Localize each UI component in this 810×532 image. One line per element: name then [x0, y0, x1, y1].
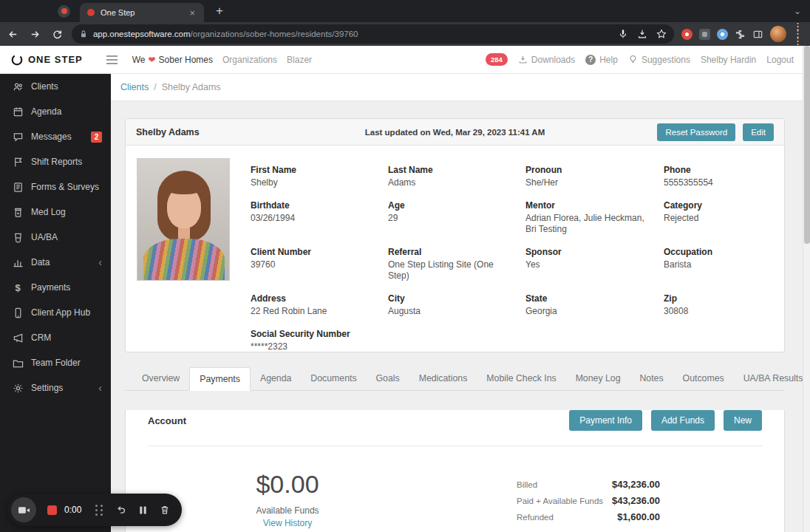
download-page-icon[interactable] — [637, 29, 647, 39]
bookmark-star-icon[interactable] — [656, 29, 667, 39]
tab-outcomes[interactable]: Outcomes — [673, 367, 734, 390]
url-path: /organizations/sober-homes/residents/397… — [191, 30, 358, 38]
puzzle-extensions-icon[interactable] — [735, 29, 746, 40]
sidebar-item-settings[interactable]: Settings ‹ — [0, 375, 111, 400]
microphone-icon[interactable] — [618, 29, 628, 39]
stop-recording-button[interactable] — [47, 505, 57, 515]
recorder-extension-icon[interactable] — [681, 29, 692, 40]
restart-recording-icon[interactable] — [115, 505, 126, 516]
sidebar-item-shift-reports[interactable]: Shift Reports — [0, 149, 111, 174]
lock-icon — [79, 30, 88, 38]
reload-icon[interactable] — [48, 25, 66, 43]
suggestions-label: Suggestions — [641, 55, 690, 65]
downloads-label: Downloads — [531, 55, 575, 65]
page-scrollbar[interactable] — [803, 46, 810, 532]
extension-icon[interactable] — [699, 29, 710, 40]
pause-recording-icon[interactable] — [138, 505, 148, 515]
sidebar-item-crm[interactable]: CRM — [0, 325, 111, 350]
chevron-collapse-icon: ‹ — [98, 256, 102, 268]
tab-notes[interactable]: Notes — [630, 367, 673, 390]
payments-panel: Account Payment Info Add Funds New $0.00… — [125, 410, 785, 532]
logout-link[interactable]: Logout — [766, 55, 794, 65]
tab-documents[interactable]: Documents — [301, 367, 366, 390]
browser-profile-avatar[interactable] — [770, 26, 786, 42]
sidebar-item-clients[interactable]: Clients — [0, 74, 111, 99]
tab-agenda[interactable]: Agenda — [251, 367, 301, 390]
summary-label: Billed — [517, 480, 537, 489]
browser-tab[interactable]: One Step × — [80, 3, 204, 22]
sidebar-item-forms-surveys[interactable]: Forms & Surveys — [0, 174, 111, 200]
url-bar[interactable]: app.onestepsoftware.com /organizations/s… — [72, 24, 674, 44]
current-org[interactable]: We ❤ Sober Homes — [132, 55, 213, 65]
client-detail-card: Shelby Adams Last updated on Wed, Mar 29… — [125, 118, 785, 352]
field-value: Shelby — [251, 177, 376, 188]
sidebar-item-team-folder[interactable]: Team Folder — [0, 350, 111, 375]
new-tab-button[interactable]: + — [211, 4, 228, 18]
client-name: Shelby Adams — [136, 127, 200, 137]
hamburger-menu-icon[interactable] — [106, 55, 118, 64]
nav-organizations[interactable]: Organizations — [222, 55, 277, 65]
browser-menu-kebab-icon[interactable]: ⋮⋮⋮ — [793, 23, 803, 45]
tab-uaba-results[interactable]: UA/BA Results — [734, 367, 810, 390]
tab-overview[interactable]: Overview — [132, 367, 189, 390]
camera-bubble[interactable] — [11, 497, 36, 522]
sidebar-item-client-app-hub[interactable]: Client App Hub — [0, 300, 111, 325]
field-label: State — [525, 293, 652, 304]
clients-icon — [12, 81, 24, 92]
suggestions-icon — [628, 55, 638, 64]
sidebar-item-label: Forms & Surveys — [31, 182, 99, 192]
downloads-link[interactable]: Downloads — [518, 55, 575, 65]
screen: One Step × + ⌄ app.onestepsoftware.com /… — [0, 0, 810, 532]
account-title: Account — [148, 415, 186, 426]
field-sponsor: SponsorYes — [525, 247, 664, 282]
help-link[interactable]: ? Help — [585, 55, 618, 65]
field-occupation: OccupationBarista — [664, 247, 773, 282]
tab-goals[interactable]: Goals — [367, 367, 409, 390]
sidebar-item-data[interactable]: Data ‹ — [0, 250, 111, 275]
tab-payments[interactable]: Payments — [189, 367, 251, 391]
client-app-hub-icon — [12, 307, 24, 318]
sidebar-item-agenda[interactable]: Agenda — [0, 99, 111, 124]
onestep-logo: ONE STEP — [10, 53, 83, 66]
field-label: Phone — [664, 165, 761, 175]
suggestions-link[interactable]: Suggestions — [628, 55, 690, 65]
sidebar-item-uaba[interactable]: UA/BA — [0, 225, 111, 250]
drag-handle-icon[interactable] — [95, 505, 103, 516]
add-funds-button[interactable]: Add Funds — [651, 410, 715, 431]
summary-row-refunded: Refunded $1,600.00 — [517, 508, 660, 525]
reset-password-button[interactable]: Reset Password — [657, 123, 735, 141]
sidebar-item-messages[interactable]: Messages 2 — [0, 124, 111, 149]
tab-medications[interactable]: Medications — [409, 367, 477, 390]
crm-icon — [12, 332, 24, 344]
breadcrumb-separator: / — [154, 82, 156, 92]
tab-mobile-check-ins[interactable]: Mobile Check Ins — [477, 367, 565, 390]
messages-icon — [12, 132, 24, 143]
payment-info-button[interactable]: Payment Info — [569, 410, 642, 431]
summary-row-paid: Paid + Available Funds $43,236.00 — [517, 492, 660, 508]
sidebar-item-med-log[interactable]: Med Log — [0, 200, 111, 225]
main-content: Shelby Adams Last updated on Wed, Mar 29… — [111, 101, 810, 532]
account-summary: Billed $43,236.00 Paid + Available Funds… — [517, 471, 660, 528]
tab-money-log[interactable]: Money Log — [566, 367, 630, 390]
screen-recorder-toolbar: 0:00 — [7, 494, 182, 526]
field-value: 29 — [388, 213, 514, 224]
extension-icon-blue[interactable] — [717, 29, 728, 40]
scrollbar-thumb[interactable] — [804, 46, 810, 244]
nav-blazer[interactable]: Blazer — [287, 55, 312, 65]
breadcrumb-clients-link[interactable]: Clients — [120, 82, 149, 92]
sidebar-item-payments[interactable]: $ Payments — [0, 275, 111, 300]
view-history-link[interactable]: View History — [148, 518, 427, 528]
notification-badge[interactable]: 284 — [486, 53, 508, 66]
field-label: Last Name — [388, 165, 514, 175]
back-icon[interactable] — [4, 25, 22, 43]
tab-search-chevron-icon[interactable]: ⌄ — [794, 6, 801, 16]
delete-recording-icon[interactable] — [160, 505, 170, 515]
side-panel-icon[interactable] — [752, 29, 763, 40]
edit-button[interactable]: Edit — [743, 123, 774, 141]
settings-icon — [12, 383, 24, 394]
tab-close-icon[interactable]: × — [186, 7, 198, 19]
field-label: Age — [388, 200, 514, 211]
new-button[interactable]: New — [724, 410, 762, 431]
forward-icon[interactable] — [27, 25, 44, 43]
user-name[interactable]: Shelby Hardin — [701, 55, 756, 65]
